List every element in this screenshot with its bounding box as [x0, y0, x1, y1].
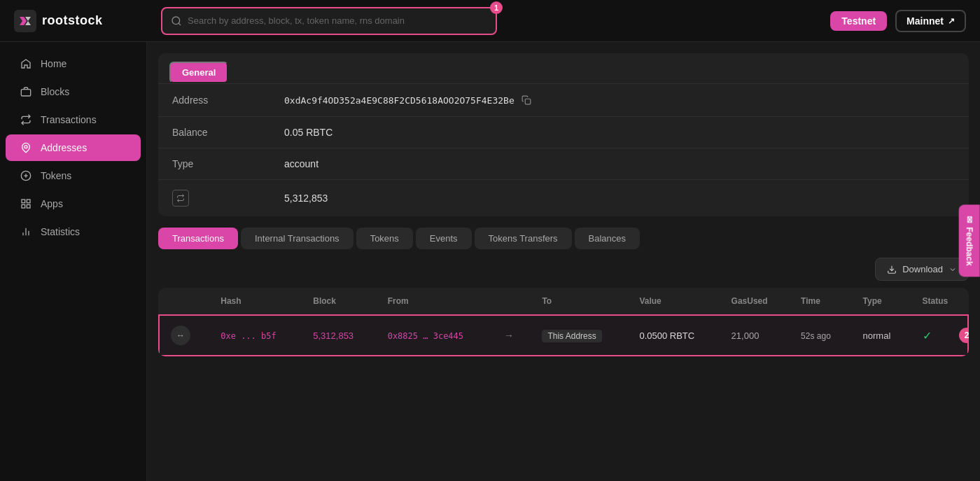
balance-value: 0.05 RBTC [270, 117, 969, 148]
tx-count-icon [172, 190, 189, 207]
tab-events[interactable]: Events [416, 228, 472, 249]
search-wrapper: 1 [161, 7, 497, 35]
address-label: Address [158, 84, 270, 117]
tx-type: normal [863, 330, 891, 341]
sidebar-item-statistics[interactable]: Statistics [6, 218, 141, 245]
sidebar-item-transactions[interactable]: Transactions [6, 106, 141, 133]
download-button[interactable]: Download [875, 258, 969, 281]
sidebar-label-tokens: Tokens [41, 170, 71, 181]
svg-rect-11 [27, 204, 30, 208]
tx-direction-icon: ↔ [171, 326, 190, 345]
search-input[interactable] [188, 15, 487, 26]
sidebar-label-apps: Apps [41, 198, 63, 209]
sidebar-item-addresses[interactable]: Addresses [6, 134, 141, 161]
feedback-tab[interactable]: ✉ Feedback [958, 204, 979, 277]
sidebar-label-blocks: Blocks [41, 86, 69, 97]
tab-internal-transactions[interactable]: Internal Transactions [241, 228, 354, 249]
sidebar-label-statistics: Statistics [41, 226, 80, 237]
row-icon-cell: ↔ [159, 315, 209, 356]
type-label: Type [158, 148, 270, 180]
row-to-cell: This Address [531, 315, 628, 356]
row-gas-cell: 21,000 [720, 315, 790, 356]
col-gasused: GasUsed [720, 288, 790, 315]
tx-gas: 21,000 [732, 330, 760, 341]
general-tab[interactable]: General [169, 62, 228, 83]
sidebar-item-apps[interactable]: Apps [6, 190, 141, 217]
blocks-icon [20, 85, 32, 98]
tx-hash-link[interactable]: 0xe ... b5f [220, 331, 276, 341]
row-block-cell: 5,312,853 [302, 315, 376, 356]
testnet-button[interactable]: Testnet [830, 11, 887, 31]
info-card: General Address 0xdAc9f4OD352a4E9C88F2CD… [158, 53, 969, 216]
col-to: To [531, 288, 628, 315]
tab-tokens[interactable]: Tokens [356, 228, 413, 249]
col-status: Status [911, 288, 968, 315]
address-row: Address 0xdAc9f4OD352a4E9C88F2CD5618AOO2… [158, 84, 969, 117]
col-value: Value [628, 288, 720, 315]
apps-icon [20, 197, 32, 210]
extra-label [158, 180, 270, 217]
col-block: Block [302, 288, 376, 315]
tx-to-this-address: This Address [542, 330, 601, 342]
sidebar-item-blocks[interactable]: Blocks [6, 78, 141, 105]
row-arrow-cell: → [493, 315, 531, 356]
sidebar-item-home[interactable]: Home [6, 50, 141, 77]
search-box [161, 7, 497, 35]
download-icon [887, 265, 897, 274]
address-text: 0xdAc9f4OD352a4E9C88F2CD5618AOO2O75F4E32… [284, 95, 514, 106]
row-badge: 2 [959, 328, 969, 343]
type-value: account [270, 148, 969, 180]
info-table: Address 0xdAc9f4OD352a4E9C88F2CD5618AOO2… [158, 83, 969, 216]
svg-rect-3 [21, 90, 30, 96]
logo-text: rootstock [42, 13, 103, 28]
sidebar-label-addresses: Addresses [41, 142, 87, 153]
tx-block-link[interactable]: 5,312,853 [313, 330, 354, 341]
sidebar-label-home: Home [41, 58, 66, 69]
col-time: Time [790, 288, 851, 315]
tab-transactions[interactable]: Transactions [158, 228, 238, 249]
home-icon [20, 57, 32, 70]
type-row: Type account [158, 148, 969, 180]
table-header-row: Hash Block From To Value GasUsed Time Ty… [159, 288, 968, 315]
feedback-icon: ✉ [964, 216, 974, 223]
balance-label: Balance [158, 117, 270, 148]
col-from: From [377, 288, 493, 315]
tx-from-link[interactable]: 0x8825 … 3ce445 [388, 331, 463, 341]
chevron-down-icon [948, 265, 957, 274]
tx-status-icon: ✓ [923, 330, 932, 342]
extra-value: 5,312,853 [270, 180, 969, 217]
sidebar: Home Blocks Transactions [0, 42, 147, 481]
address-value: 0xdAc9f4OD352a4E9C88F2CD5618AOO2O75F4E32… [284, 94, 955, 106]
layout: Home Blocks Transactions [0, 42, 980, 481]
tx-tabs-section: Transactions Internal Transactions Token… [158, 228, 969, 356]
transactions-table: Hash Block From To Value GasUsed Time Ty… [158, 288, 969, 356]
col-type: Type [852, 288, 911, 315]
search-badge: 1 [490, 1, 503, 14]
navbar: rootstock 1 Testnet Mainnet ↗ [0, 0, 980, 42]
nav-right: Testnet Mainnet ↗ [830, 10, 966, 32]
svg-line-2 [178, 23, 181, 25]
external-link-icon: ↗ [948, 16, 955, 26]
row-value-cell: 0.0500 RBTC [628, 315, 720, 356]
tx-tabs: Transactions Internal Transactions Token… [158, 228, 969, 249]
tokens-icon [20, 169, 32, 182]
tab-token-transfers[interactable]: Tokens Transfers [475, 228, 572, 249]
svg-rect-9 [27, 200, 30, 203]
sidebar-label-transactions: Transactions [41, 114, 97, 125]
mainnet-button[interactable]: Mainnet ↗ [895, 10, 966, 32]
search-icon [171, 15, 182, 27]
col-hash: Hash [209, 288, 302, 315]
tx-value: 0.0500 RBTC [639, 330, 694, 341]
right-arrow-icon: → [504, 330, 514, 341]
address-value-cell: 0xdAc9f4OD352a4E9C88F2CD5618AOO2O75F4E32… [270, 84, 969, 117]
logo-area: rootstock [14, 10, 161, 32]
tx-table: Hash Block From To Value GasUsed Time Ty… [158, 288, 969, 356]
sidebar-item-tokens[interactable]: Tokens [6, 162, 141, 189]
copy-icon [522, 95, 531, 105]
row-hash-cell: 0xe ... b5f [209, 315, 302, 356]
col-icon [159, 288, 209, 315]
copy-address-button[interactable] [520, 94, 533, 106]
svg-rect-10 [22, 204, 25, 208]
download-bar: Download [158, 258, 969, 281]
tab-balances[interactable]: Balances [575, 228, 640, 249]
